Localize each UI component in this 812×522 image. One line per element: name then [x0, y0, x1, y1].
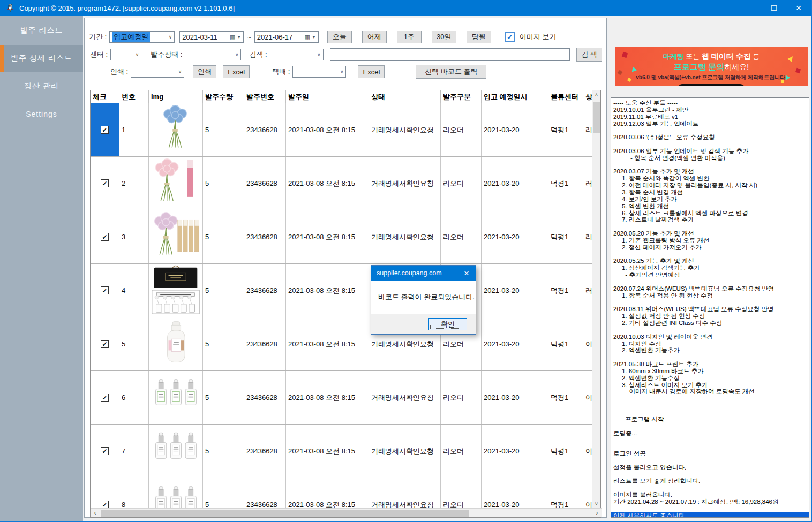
cell-center: 덕평1: [548, 157, 583, 210]
scroll-up-icon[interactable]: ˄: [592, 90, 600, 100]
cell-status: 거래명세서확인요청: [369, 371, 441, 424]
print-button[interactable]: 인쇄: [193, 65, 216, 78]
row-check-cell[interactable]: ✓: [91, 317, 119, 370]
date-from-picker[interactable]: 2021-03-11 ▦ ▼: [179, 31, 244, 43]
column-header[interactable]: img: [149, 90, 203, 103]
scrollbar-thumb[interactable]: [593, 102, 600, 133]
quick-range-button[interactable]: 당월: [467, 31, 491, 43]
rocket-icon: [5, 3, 15, 13]
log-line: [613, 127, 809, 134]
log-line: - 추가의견 반영예정: [613, 271, 809, 278]
table-row[interactable]: ✓8 5234366282021-03-08 오전 8:15거래명세서확인요청: [91, 478, 592, 509]
cell-row-number: 5: [119, 317, 149, 370]
sidebar-item[interactable]: 정산 관리: [0, 73, 83, 100]
row-checkbox[interactable]: ✓: [101, 286, 109, 294]
table-row[interactable]: ✓15234366282021-03-08 오전 8:15거래명세서확인요청리오…: [91, 103, 592, 157]
row-checkbox[interactable]: ✓: [101, 501, 109, 509]
table-row[interactable]: ✓5 5234366282021-03-08 오전 8:15거래명세서확인요청리…: [91, 317, 592, 371]
sidebar-item[interactable]: Settings: [0, 101, 83, 127]
delivery-label: 택배 :: [272, 67, 290, 77]
row-check-cell[interactable]: ✓: [91, 264, 119, 317]
chevron-down-icon: ∨: [136, 52, 139, 57]
date-from-value: 2021-03-11: [182, 33, 217, 41]
row-check-cell[interactable]: ✓: [91, 478, 119, 509]
row-checkbox[interactable]: ✓: [101, 394, 109, 402]
table-row[interactable]: ✓7 5234366282021-03-08 오전 8:15거래명세서확인요청: [91, 425, 592, 478]
cell-order-type: 리오더: [441, 103, 482, 156]
column-header[interactable]: 상: [583, 90, 592, 103]
banner-contact-pill: 문의 - 카톡 : vbnvba: [678, 84, 745, 86]
period-select[interactable]: 입고예정일 ∨: [109, 31, 175, 43]
calendar-icon: ▦: [230, 34, 235, 41]
log-line: 로딩중...: [613, 430, 809, 437]
column-header[interactable]: 발주일: [286, 90, 369, 103]
scroll-right-icon[interactable]: ›: [592, 509, 602, 518]
table-row[interactable]: ✓6 5234366282021-03-08 오전 8:15거래명세서확인요청: [91, 371, 592, 425]
table-vertical-scrollbar[interactable]: ˄ ˅: [592, 90, 600, 509]
dialog-close-icon[interactable]: ✕: [457, 266, 476, 281]
cell-center: 덕평1: [548, 103, 583, 156]
delivery-select[interactable]: ∨: [292, 66, 346, 78]
search-input[interactable]: [330, 48, 570, 61]
cell-eta-date: 2021-03-20: [482, 478, 548, 509]
sidebar-item[interactable]: 발주 상세 리스트: [0, 45, 83, 72]
row-check-cell[interactable]: ✓: [91, 210, 119, 263]
log-line: [613, 395, 809, 402]
dialog-ok-button[interactable]: 확인: [428, 318, 467, 330]
cell-order-qty: 5: [203, 371, 244, 424]
row-checkbox[interactable]: ✓: [101, 126, 109, 134]
row-check-cell[interactable]: ✓: [91, 425, 119, 478]
table-row[interactable]: ✓3 5234366282021-03-08 오전 8:15거래명세서확인요청리…: [91, 210, 592, 264]
column-header[interactable]: 물류센터: [548, 90, 583, 103]
column-header[interactable]: 발주구분: [441, 90, 482, 103]
scroll-down-icon[interactable]: ˅: [592, 500, 600, 509]
maximize-button[interactable]: ☐: [762, 0, 786, 16]
date-to-picker[interactable]: 2021-06-17 ▦ ▼: [254, 31, 319, 43]
cell-order-type: 리오더: [441, 371, 482, 424]
center-select[interactable]: ∨: [110, 49, 141, 60]
image-view-checkbox[interactable]: ✓: [505, 32, 515, 42]
scrollbar-thumb[interactable]: [101, 510, 469, 517]
row-checkbox[interactable]: ✓: [101, 447, 109, 455]
row-checkbox[interactable]: ✓: [101, 233, 109, 241]
table-row[interactable]: ✓25234366282021-03-08 오전 8:15거래명세서확인요청리오…: [91, 157, 592, 210]
column-header[interactable]: 체크: [91, 90, 119, 103]
ad-banner[interactable]: 마케팅 또는 웹 데이터 수집 등 프로그램 문의하세요! vb6.0 및 vb…: [615, 47, 808, 86]
sidebar-item[interactable]: 발주 리스트: [0, 17, 83, 44]
cell-status: 거래명세서확인요청: [369, 103, 441, 156]
print-select[interactable]: ∨: [131, 66, 184, 78]
search-type-select[interactable]: ∨: [270, 49, 324, 60]
log-line: 2. 기타 설정관련 INI Class 다수 수정: [613, 320, 809, 327]
row-check-cell[interactable]: ✓: [91, 371, 119, 424]
quick-range-button[interactable]: 1주: [397, 31, 422, 43]
barcode-print-button[interactable]: 선택 바코드 출력: [416, 65, 486, 79]
log-line: 1. 설정값 저장 안 됨 현상 수정: [613, 313, 809, 320]
row-check-cell[interactable]: ✓: [91, 103, 119, 156]
table-row[interactable]: ✓4 5234366282021-03-08 오전 8:15거래명세서확인요청리…: [91, 264, 592, 317]
row-checkbox[interactable]: ✓: [101, 340, 109, 348]
row-checkbox[interactable]: ✓: [101, 179, 109, 187]
scroll-left-icon[interactable]: ‹: [91, 509, 100, 518]
quick-range-button[interactable]: 어제: [362, 31, 387, 43]
close-button[interactable]: ✕: [786, 0, 811, 16]
column-header[interactable]: 입고 예정일시: [482, 90, 548, 103]
search-button[interactable]: 검 색: [576, 48, 602, 62]
minimize-button[interactable]: —: [737, 0, 762, 16]
log-line: 2019.12.03 일부 기능 업데이트: [613, 120, 809, 127]
quick-range-button[interactable]: 30일: [432, 31, 456, 43]
column-header[interactable]: 발주번호: [244, 90, 286, 103]
product-image: [150, 317, 201, 370]
column-header[interactable]: 번호: [119, 90, 149, 103]
banner-line1: 마케팅 또는 웹 데이터 수집 등: [615, 52, 808, 62]
quick-range-button[interactable]: 오늘: [327, 31, 352, 43]
cell-product-image: [149, 264, 203, 317]
row-check-cell[interactable]: ✓: [91, 157, 119, 210]
cell-eta-date: 2021-03-20: [482, 157, 548, 210]
order-status-select[interactable]: ∨: [185, 49, 241, 60]
table-horizontal-scrollbar[interactable]: ‹ ›: [91, 508, 602, 517]
excel-button-print[interactable]: Excel: [223, 65, 250, 78]
column-header[interactable]: 상태: [369, 90, 441, 103]
excel-button-delivery[interactable]: Excel: [358, 65, 385, 78]
column-header[interactable]: 발주수량: [203, 90, 244, 103]
table-body: ✓15234366282021-03-08 오전 8:15거래명세서확인요청리오…: [91, 103, 592, 509]
